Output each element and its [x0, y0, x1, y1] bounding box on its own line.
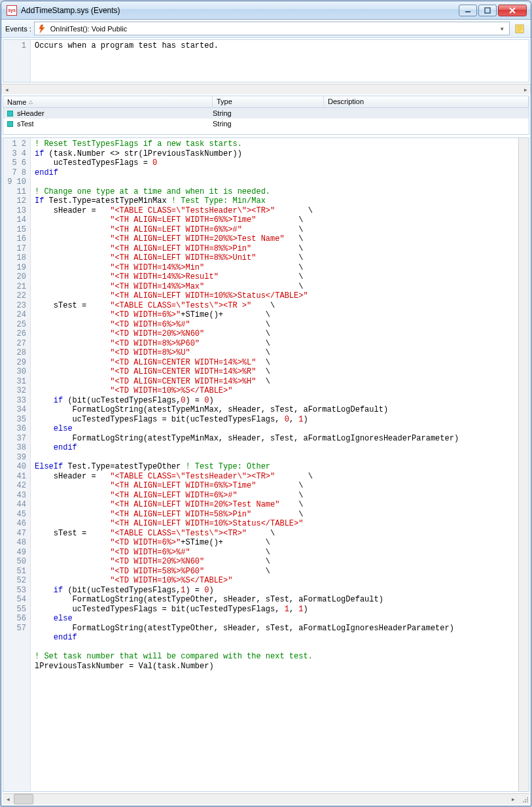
code-vscroll[interactable] — [518, 138, 529, 791]
scroll-left-icon[interactable]: ◂ — [3, 796, 14, 802]
window-buttons — [459, 5, 527, 16]
titlebar[interactable]: sys AddTimeStamp.sys (Events) — [1, 1, 531, 20]
scroll-track[interactable] — [14, 794, 508, 804]
var-type: String — [213, 120, 324, 128]
svg-rect-1 — [485, 8, 490, 13]
desc-hscroll[interactable]: ◂ ▸ — [1, 84, 531, 94]
close-button[interactable] — [498, 5, 527, 16]
resize-grip[interactable] — [519, 795, 529, 804]
var-type: String — [213, 109, 324, 117]
var-name: sTest — [17, 120, 34, 128]
close-icon — [509, 7, 516, 14]
window: sys AddTimeStamp.sys (Events) Events : O… — [1, 1, 531, 806]
code-editor[interactable]: 1 2 3 4 5 6 7 8 9 10 11 12 13 14 15 16 1… — [3, 137, 529, 792]
var-icon — [7, 121, 13, 127]
events-combo-text: OnInitTest(): Void Public — [50, 25, 493, 33]
sort-asc-icon: △ — [29, 99, 33, 105]
minimize-icon — [465, 7, 471, 14]
vars-body: sHeader String sTest String — [3, 108, 529, 129]
window-title: AddTimeStamp.sys (Events) — [20, 6, 459, 15]
code-hscroll[interactable]: ◂ ▸ — [3, 793, 529, 804]
maximize-button[interactable] — [478, 5, 497, 16]
var-row[interactable]: sHeader String — [3, 108, 529, 118]
vars-header[interactable]: Name△ Type Description — [3, 96, 529, 108]
description-text[interactable]: Occurs when a program test has started. — [31, 40, 529, 82]
svg-point-8 — [527, 797, 528, 798]
svg-point-13 — [527, 801, 528, 802]
col-header-type[interactable]: Type — [213, 96, 324, 107]
event-glyph-icon — [37, 24, 46, 33]
col-header-name[interactable]: Name△ — [3, 96, 213, 107]
resize-grip-icon — [521, 795, 529, 803]
scroll-left-icon[interactable]: ◂ — [1, 86, 12, 93]
var-icon — [7, 111, 13, 117]
code-gutter: 1 2 3 4 5 6 7 8 9 10 11 12 13 14 15 16 1… — [3, 138, 31, 791]
code-body[interactable]: ! Reset TestTypesFlags if a new task sta… — [31, 138, 518, 791]
description-pane: 1 Occurs when a program test has started… — [3, 39, 529, 82]
chevron-down-icon: ▾ — [497, 26, 506, 32]
svg-point-12 — [525, 801, 526, 802]
var-row[interactable]: sTest String — [3, 118, 529, 129]
maximize-icon — [484, 7, 491, 14]
variables-pane: Name△ Type Description sHeader String sT… — [3, 96, 529, 135]
col-header-desc[interactable]: Description — [324, 96, 529, 107]
svg-point-10 — [527, 799, 528, 800]
svg-point-11 — [523, 801, 524, 802]
app-icon: sys — [7, 5, 17, 16]
desc-line-number: 1 — [3, 41, 26, 50]
desc-gutter: 1 — [3, 40, 31, 82]
scroll-thumb[interactable] — [14, 794, 33, 804]
minimize-button[interactable] — [459, 5, 477, 16]
scroll-right-icon[interactable]: ▸ — [520, 86, 531, 93]
events-label: Events : — [5, 25, 31, 33]
scroll-right-icon[interactable]: ▸ — [508, 796, 519, 802]
notes-icon — [514, 24, 525, 34]
svg-point-9 — [525, 799, 526, 800]
events-combo[interactable]: OnInitTest(): Void Public ▾ — [34, 22, 510, 35]
notes-button[interactable] — [512, 22, 527, 36]
var-name: sHeader — [17, 109, 44, 117]
events-toolbar: Events : OnInitTest(): Void Public ▾ — [1, 20, 531, 38]
